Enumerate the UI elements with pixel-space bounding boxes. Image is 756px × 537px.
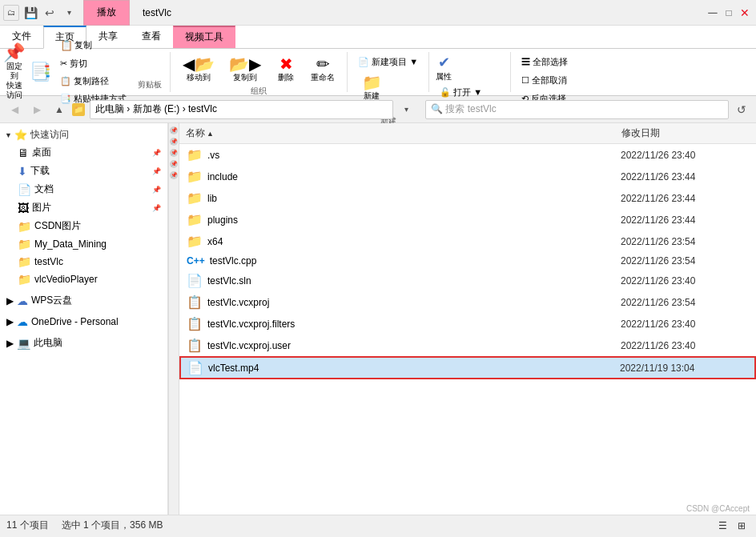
ribbon-btn-copypath[interactable]: 📋 复制路径 — [56, 73, 131, 90]
file-list: 名称 ▲ 修改日期 📁 .vs 2022/11/26 23:40 📁 inclu… — [179, 123, 756, 515]
address-input[interactable]: 此电脑 › 新加卷 (E:) › testVlc — [90, 100, 393, 119]
ribbon-btn-select-all[interactable]: ☰ 全部选择 — [517, 54, 572, 70]
ribbon-btn-pin[interactable]: 📌 固定到快速访问 — [3, 52, 25, 92]
ribbon-btn-paste[interactable]: 📑 — [30, 62, 51, 82]
title-bar: 🗂 💾 ↩ ▾ 播放 testVlc ─ □ ✕ — [0, 0, 756, 26]
sidebar-item-vlcvedioplayer[interactable]: 📁 vlcVedioPlayer — [0, 271, 167, 288]
file-list-header: 名称 ▲ 修改日期 — [179, 123, 756, 144]
status-bar: 11 个项目 选中 1 个项目，356 MB ☰ ⊞ — [0, 515, 756, 535]
address-dropdown[interactable]: ▾ — [396, 100, 416, 119]
ribbon-btn-new-item[interactable]: 📄 新建项目 ▼ — [354, 54, 422, 70]
tab-title: testVlc — [130, 0, 184, 26]
scroll-pin-3[interactable]: 📌 — [170, 149, 178, 157]
sidebar-scroll-handle: 📌 📌 📌 📌 📌 — [168, 123, 179, 515]
path-folder-icon: 📁 — [72, 103, 85, 116]
sidebar-section-thispc: ▶ 💻 此电脑 — [0, 334, 167, 352]
organize-group-label: 组织 — [251, 86, 267, 97]
sidebar-item-desktop[interactable]: 🖥 桌面 📌 — [0, 143, 167, 162]
file-item-plugins[interactable]: 📁 plugins 2022/11/26 23:44 — [179, 209, 756, 230]
close-button[interactable]: ✕ — [737, 5, 753, 21]
sidebar-item-pictures[interactable]: 🖼 图片 📌 — [0, 198, 167, 217]
file-item-testvlc-user[interactable]: 📋 testVlc.vcxproj.user 2022/11/26 23:40 — [179, 335, 756, 356]
forward-button[interactable]: ▶ — [27, 100, 46, 119]
window-controls: ─ □ ✕ — [705, 5, 753, 21]
ribbon-group-clipboard: 📌 固定到快速访问 📑 📋 复制 ✂ 剪切 📋 复制路径 📑 粘贴快捷方式 剪贴… — [0, 52, 171, 92]
quick-access-toolbar-more[interactable]: ▾ — [61, 5, 77, 21]
ribbon-btn-deselect-all[interactable]: ☐ 全部取消 — [517, 72, 572, 89]
watermark: CSDN @CAccept — [686, 504, 750, 513]
sidebar-section-quick-access: ▼ ⭐ 快速访问 🖥 桌面 📌 ⬇ 下载 📌 📄 文档 📌 — [0, 126, 167, 288]
clipboard-group-label: 剪贴板 — [132, 79, 167, 92]
window-icon[interactable]: 🗂 — [3, 5, 19, 21]
quick-access-toolbar-undo[interactable]: ↩ — [42, 5, 58, 21]
file-items: 📁 .vs 2022/11/26 23:40 📁 include 2022/11… — [179, 144, 756, 515]
sidebar-item-csdn[interactable]: 📁 CSDN图片 — [0, 217, 167, 235]
ribbon: 文件 主页 共享 查看 视频工具 📌 固定到快速访问 📑 📋 — [0, 26, 756, 96]
sidebar-item-testvlc[interactable]: 📁 testVlc — [0, 253, 167, 271]
col-name-header[interactable]: 名称 ▲ — [186, 126, 621, 140]
scroll-pin-4[interactable]: 📌 — [170, 160, 178, 168]
scroll-pin-1[interactable]: 📌 — [170, 126, 178, 134]
file-item-vs[interactable]: 📁 .vs 2022/11/26 23:40 — [179, 144, 756, 166]
ribbon-btn-open-dropdown[interactable]: 🔓 打开 ▼ — [436, 84, 504, 101]
ribbon-tab-bar: 播放 testVlc — [83, 0, 184, 26]
view-large-icons-button[interactable]: ⊞ — [734, 518, 750, 534]
ribbon-btn-copy[interactable]: 📋 复制 — [56, 37, 131, 54]
ribbon-group-open: ✔ 属性 🔓 打开 ▼ ⚡ 轻松访问 ▼ ✏ 编辑 🕐 历史记录 打开 — [429, 52, 511, 92]
sidebar-item-onedrive[interactable]: ▶ ☁ OneDrive - Personal — [0, 313, 167, 331]
ribbon-btn-delete[interactable]: ✖ 删除 — [270, 54, 302, 86]
refresh-button[interactable]: ↺ — [732, 100, 751, 119]
search-input[interactable]: 🔍 搜索 testVlc — [425, 100, 729, 119]
address-bar: ◀ ▶ ▲ 📁 此电脑 › 新加卷 (E:) › testVlc ▾ 🔍 搜索 … — [0, 96, 756, 123]
ribbon-btn-move[interactable]: ◀📂 移动到 — [177, 54, 220, 86]
maximize-button[interactable]: □ — [721, 5, 737, 21]
status-selected: 选中 1 个项目，356 MB — [62, 519, 163, 532]
ribbon-copy-column: 📋 复制 ✂ 剪切 📋 复制路径 📑 粘贴快捷方式 — [56, 52, 131, 92]
tab-bofang[interactable]: 播放 — [83, 0, 130, 26]
sidebar-section-wps: ▶ ☁ WPS云盘 — [0, 291, 167, 310]
scroll-pin-5[interactable]: 📌 — [170, 171, 178, 179]
title-bar-icons: 🗂 💾 ↩ ▾ — [3, 5, 77, 21]
window-title: testVlc — [143, 7, 171, 18]
file-item-testvlc-filters[interactable]: 📋 testVlc.vcxproj.filters 2022/11/26 23:… — [179, 313, 756, 335]
tab-bofang-label: 播放 — [97, 6, 116, 19]
file-item-vlctest-mp4[interactable]: 📄 vlcTest.mp4 2022/11/19 13:04 — [179, 356, 756, 379]
file-item-x64[interactable]: 📁 x64 2022/11/26 23:54 — [179, 230, 756, 252]
ribbon-group-organize: ◀📂 移动到 📂▶ 复制到 ✖ 删除 ✏ 重命名 组织 — [171, 52, 348, 92]
file-item-testvlc-vcxproj[interactable]: 📋 testVlc.vcxproj 2022/11/26 23:54 — [179, 291, 756, 313]
quick-access-toolbar-save[interactable]: 💾 — [22, 5, 38, 21]
ribbon-group-new: 📄 新建项目 ▼ 📁 新建文件夹 新建 — [348, 52, 429, 92]
ribbon-btn-copyto[interactable]: 📂▶ 复制到 — [223, 54, 267, 86]
file-item-include[interactable]: 📁 include 2022/11/26 23:44 — [179, 166, 756, 187]
ribbon-group-select: ☰ 全部选择 ☐ 全部取消 ⟲ 反向选择 选择 — [511, 52, 578, 92]
ribbon-btn-cut[interactable]: ✂ 剪切 — [56, 55, 131, 72]
view-details-button[interactable]: ☰ — [714, 518, 730, 534]
file-item-testvlc-sln[interactable]: 📄 testVlc.sln 2022/11/26 23:40 — [179, 270, 756, 291]
organize-btns: ◀📂 移动到 📂▶ 复制到 ✖ 删除 ✏ 重命名 — [177, 54, 340, 86]
col-date-header[interactable]: 修改日期 — [621, 126, 750, 140]
up-button[interactable]: ▲ — [50, 100, 69, 119]
select-btns: ☰ 全部选择 ☐ 全部取消 ⟲ 反向选择 — [517, 54, 572, 107]
ribbon-tab-videotool[interactable]: 视频工具 — [173, 26, 235, 48]
sidebar-item-documents[interactable]: 📄 文档 📌 — [0, 180, 167, 198]
sidebar-section-onedrive: ▶ ☁ OneDrive - Personal — [0, 313, 167, 331]
sidebar: ▼ ⭐ 快速访问 🖥 桌面 📌 ⬇ 下载 📌 📄 文档 📌 — [0, 123, 168, 515]
sidebar-item-wps[interactable]: ▶ ☁ WPS云盘 — [0, 291, 167, 310]
minimize-button[interactable]: ─ — [705, 5, 721, 21]
file-item-testvlc-cpp[interactable]: C++ testVlc.cpp 2022/11/26 23:54 — [179, 252, 756, 270]
ribbon-btn-open[interactable]: ✔ 属性 — [436, 54, 452, 82]
sidebar-item-downloads[interactable]: ⬇ 下载 📌 — [0, 162, 167, 180]
status-view-buttons: ☰ ⊞ — [714, 518, 750, 534]
main-area: ▼ ⭐ 快速访问 🖥 桌面 📌 ⬇ 下载 📌 📄 文档 📌 — [0, 123, 756, 515]
quick-access-header[interactable]: ▼ ⭐ 快速访问 — [0, 126, 167, 143]
ribbon-btn-rename[interactable]: ✏ 重命名 — [305, 54, 340, 86]
ribbon-clipboard-column: 📑 — [30, 52, 54, 92]
ribbon-content: 📌 固定到快速访问 📑 📋 复制 ✂ 剪切 📋 复制路径 📑 粘贴快捷方式 剪贴… — [0, 49, 756, 95]
back-button[interactable]: ◀ — [5, 100, 24, 119]
scroll-pin-2[interactable]: 📌 — [170, 138, 178, 146]
status-item-count: 11 个项目 — [6, 519, 49, 532]
sidebar-item-thispc[interactable]: ▶ 💻 此电脑 — [0, 334, 167, 352]
ribbon-tab-view[interactable]: 查看 — [130, 26, 173, 48]
sidebar-item-mydatamining[interactable]: 📁 My_Data_Mining — [0, 235, 167, 253]
file-item-lib[interactable]: 📁 lib 2022/11/26 23:44 — [179, 187, 756, 209]
